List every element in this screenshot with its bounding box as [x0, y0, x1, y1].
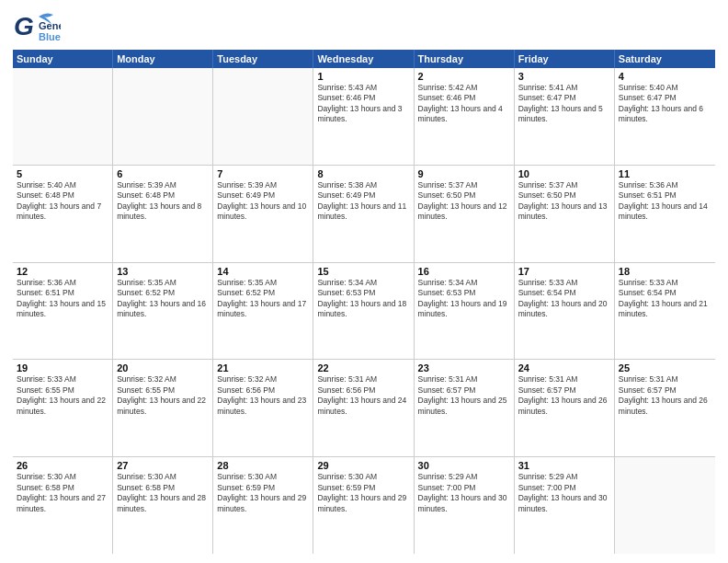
- day-info: Sunrise: 5:40 AM Sunset: 6:48 PM Dayligh…: [17, 180, 108, 223]
- calendar-day-14: 14Sunrise: 5:35 AM Sunset: 6:52 PM Dayli…: [213, 263, 313, 360]
- day-number: 14: [217, 266, 309, 277]
- day-number: 11: [619, 168, 711, 179]
- day-info: Sunrise: 5:34 AM Sunset: 6:53 PM Dayligh…: [317, 278, 409, 320]
- calendar-day-empty-4-6: [615, 457, 715, 554]
- day-number: 2: [418, 71, 510, 82]
- day-info: Sunrise: 5:33 AM Sunset: 6:54 PM Dayligh…: [518, 278, 610, 320]
- day-info: Sunrise: 5:39 AM Sunset: 6:48 PM Dayligh…: [117, 180, 209, 223]
- weekday-header-friday: Friday: [515, 50, 615, 68]
- calendar-day-13: 13Sunrise: 5:35 AM Sunset: 6:52 PM Dayli…: [113, 263, 213, 360]
- calendar-day-6: 6Sunrise: 5:39 AM Sunset: 6:48 PM Daylig…: [113, 166, 213, 262]
- calendar-day-empty-0-1: [113, 68, 213, 165]
- day-number: 6: [117, 168, 209, 179]
- day-number: 27: [117, 460, 209, 471]
- calendar-row-2: 12Sunrise: 5:36 AM Sunset: 6:51 PM Dayli…: [13, 263, 715, 361]
- calendar-day-17: 17Sunrise: 5:33 AM Sunset: 6:54 PM Dayli…: [515, 263, 615, 360]
- calendar-day-3: 3Sunrise: 5:41 AM Sunset: 6:47 PM Daylig…: [515, 68, 615, 165]
- day-number: 7: [217, 168, 309, 179]
- day-number: 25: [619, 362, 711, 373]
- day-info: Sunrise: 5:29 AM Sunset: 7:00 PM Dayligh…: [418, 472, 510, 514]
- calendar-day-9: 9Sunrise: 5:37 AM Sunset: 6:50 PM Daylig…: [415, 166, 515, 262]
- day-info: Sunrise: 5:41 AM Sunset: 6:47 PM Dayligh…: [518, 83, 610, 125]
- calendar-row-0: 1Sunrise: 5:43 AM Sunset: 6:46 PM Daylig…: [13, 68, 715, 166]
- day-number: 29: [317, 460, 409, 471]
- calendar-day-16: 16Sunrise: 5:34 AM Sunset: 6:53 PM Dayli…: [415, 263, 515, 360]
- day-number: 5: [17, 168, 108, 179]
- page: G General Blue SundayMondayTuesdayWednes…: [0, 0, 728, 563]
- day-info: Sunrise: 5:42 AM Sunset: 6:46 PM Dayligh…: [418, 83, 510, 125]
- svg-text:General: General: [39, 20, 61, 31]
- weekday-header-wednesday: Wednesday: [313, 50, 414, 68]
- day-number: 15: [317, 266, 409, 277]
- day-info: Sunrise: 5:38 AM Sunset: 6:49 PM Dayligh…: [317, 180, 409, 223]
- day-info: Sunrise: 5:31 AM Sunset: 6:56 PM Dayligh…: [317, 374, 409, 417]
- calendar-day-29: 29Sunrise: 5:30 AM Sunset: 6:59 PM Dayli…: [313, 457, 414, 554]
- day-number: 30: [418, 460, 510, 471]
- calendar-day-24: 24Sunrise: 5:31 AM Sunset: 6:57 PM Dayli…: [515, 360, 615, 456]
- day-number: 16: [418, 266, 510, 277]
- day-info: Sunrise: 5:30 AM Sunset: 6:58 PM Dayligh…: [117, 472, 209, 514]
- calendar: SundayMondayTuesdayWednesdayThursdayFrid…: [13, 50, 715, 554]
- calendar-day-28: 28Sunrise: 5:30 AM Sunset: 6:59 PM Dayli…: [213, 457, 313, 554]
- calendar-day-7: 7Sunrise: 5:39 AM Sunset: 6:49 PM Daylig…: [213, 166, 313, 262]
- day-info: Sunrise: 5:30 AM Sunset: 6:58 PM Dayligh…: [17, 472, 108, 514]
- day-info: Sunrise: 5:36 AM Sunset: 6:51 PM Dayligh…: [17, 278, 108, 320]
- calendar-day-1: 1Sunrise: 5:43 AM Sunset: 6:46 PM Daylig…: [313, 68, 414, 165]
- header: G General Blue: [13, 9, 715, 44]
- day-number: 21: [217, 362, 309, 373]
- day-number: 17: [518, 266, 610, 277]
- day-number: 18: [619, 266, 711, 277]
- calendar-day-empty-0-0: [13, 68, 113, 165]
- day-number: 1: [317, 71, 409, 82]
- calendar-day-31: 31Sunrise: 5:29 AM Sunset: 7:00 PM Dayli…: [515, 457, 615, 554]
- calendar-body: 1Sunrise: 5:43 AM Sunset: 6:46 PM Daylig…: [13, 68, 715, 554]
- day-number: 23: [418, 362, 510, 373]
- weekday-header-saturday: Saturday: [615, 50, 715, 68]
- day-info: Sunrise: 5:30 AM Sunset: 6:59 PM Dayligh…: [217, 472, 309, 514]
- day-info: Sunrise: 5:43 AM Sunset: 6:46 PM Dayligh…: [317, 83, 409, 125]
- calendar-row-4: 26Sunrise: 5:30 AM Sunset: 6:58 PM Dayli…: [13, 457, 715, 554]
- day-info: Sunrise: 5:31 AM Sunset: 6:57 PM Dayligh…: [418, 374, 510, 417]
- day-info: Sunrise: 5:34 AM Sunset: 6:53 PM Dayligh…: [418, 278, 510, 320]
- calendar-row-1: 5Sunrise: 5:40 AM Sunset: 6:48 PM Daylig…: [13, 166, 715, 263]
- day-info: Sunrise: 5:35 AM Sunset: 6:52 PM Dayligh…: [117, 278, 209, 320]
- calendar-day-30: 30Sunrise: 5:29 AM Sunset: 7:00 PM Dayli…: [415, 457, 515, 554]
- calendar-day-10: 10Sunrise: 5:37 AM Sunset: 6:50 PM Dayli…: [515, 166, 615, 262]
- calendar-day-19: 19Sunrise: 5:33 AM Sunset: 6:55 PM Dayli…: [13, 360, 113, 456]
- calendar-day-18: 18Sunrise: 5:33 AM Sunset: 6:54 PM Dayli…: [615, 263, 715, 360]
- day-info: Sunrise: 5:29 AM Sunset: 7:00 PM Dayligh…: [518, 472, 610, 514]
- day-info: Sunrise: 5:30 AM Sunset: 6:59 PM Dayligh…: [317, 472, 409, 514]
- day-info: Sunrise: 5:37 AM Sunset: 6:50 PM Dayligh…: [518, 180, 610, 223]
- svg-text:Blue: Blue: [39, 31, 61, 42]
- day-number: 4: [619, 71, 711, 82]
- weekday-header-thursday: Thursday: [415, 50, 515, 68]
- calendar-day-27: 27Sunrise: 5:30 AM Sunset: 6:58 PM Dayli…: [113, 457, 213, 554]
- calendar-day-15: 15Sunrise: 5:34 AM Sunset: 6:53 PM Dayli…: [313, 263, 414, 360]
- calendar-day-20: 20Sunrise: 5:32 AM Sunset: 6:55 PM Dayli…: [113, 360, 213, 456]
- day-info: Sunrise: 5:31 AM Sunset: 6:57 PM Dayligh…: [619, 374, 711, 417]
- weekday-header-tuesday: Tuesday: [213, 50, 313, 68]
- calendar-day-5: 5Sunrise: 5:40 AM Sunset: 6:48 PM Daylig…: [13, 166, 113, 262]
- day-info: Sunrise: 5:37 AM Sunset: 6:50 PM Dayligh…: [418, 180, 510, 223]
- day-info: Sunrise: 5:40 AM Sunset: 6:47 PM Dayligh…: [619, 83, 711, 125]
- day-number: 12: [17, 266, 108, 277]
- day-info: Sunrise: 5:35 AM Sunset: 6:52 PM Dayligh…: [217, 278, 309, 320]
- day-number: 20: [117, 362, 209, 373]
- day-info: Sunrise: 5:32 AM Sunset: 6:55 PM Dayligh…: [117, 374, 209, 417]
- day-number: 22: [317, 362, 409, 373]
- day-info: Sunrise: 5:33 AM Sunset: 6:54 PM Dayligh…: [619, 278, 711, 320]
- day-info: Sunrise: 5:39 AM Sunset: 6:49 PM Dayligh…: [217, 180, 309, 223]
- calendar-day-26: 26Sunrise: 5:30 AM Sunset: 6:58 PM Dayli…: [13, 457, 113, 554]
- day-number: 24: [518, 362, 610, 373]
- calendar-day-21: 21Sunrise: 5:32 AM Sunset: 6:56 PM Dayli…: [213, 360, 313, 456]
- calendar-day-11: 11Sunrise: 5:36 AM Sunset: 6:51 PM Dayli…: [615, 166, 715, 262]
- day-number: 19: [17, 362, 108, 373]
- calendar-row-3: 19Sunrise: 5:33 AM Sunset: 6:55 PM Dayli…: [13, 360, 715, 457]
- day-number: 13: [117, 266, 209, 277]
- calendar-day-25: 25Sunrise: 5:31 AM Sunset: 6:57 PM Dayli…: [615, 360, 715, 456]
- calendar-day-empty-0-2: [213, 68, 313, 165]
- calendar-day-2: 2Sunrise: 5:42 AM Sunset: 6:46 PM Daylig…: [415, 68, 515, 165]
- day-number: 10: [518, 168, 610, 179]
- calendar-header: SundayMondayTuesdayWednesdayThursdayFrid…: [13, 50, 715, 68]
- day-number: 26: [17, 460, 108, 471]
